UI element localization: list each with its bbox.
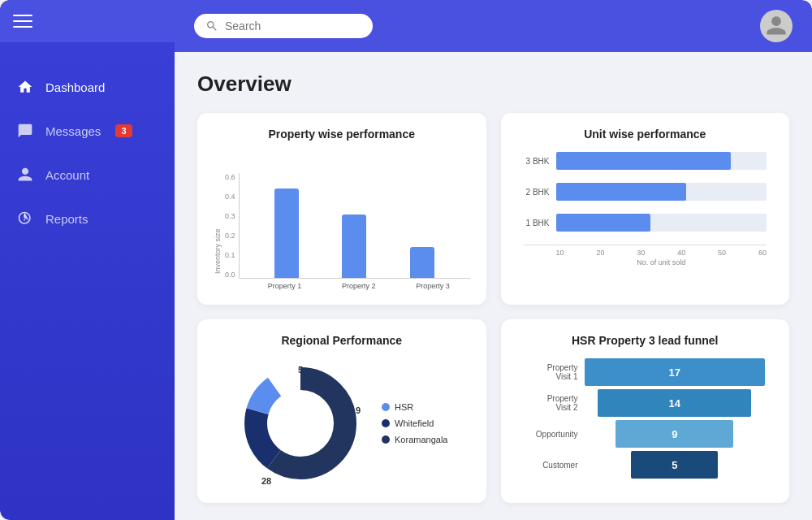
bar-fill bbox=[274, 188, 299, 278]
search-icon bbox=[205, 20, 218, 32]
sidebar-item-reports[interactable]: Reports bbox=[0, 198, 175, 239]
sidebar-item-account[interactable]: Account bbox=[0, 154, 175, 195]
bar-property3 bbox=[410, 247, 434, 278]
x-label-2: Property 2 bbox=[342, 282, 376, 290]
regional-chart-title: Regional Performance bbox=[214, 334, 470, 347]
unit-chart-card: Unit wise performance 3 BHK 2 BHK bbox=[501, 113, 790, 305]
hbar-fill-2bhk bbox=[556, 183, 687, 201]
legend-label-koramangala: Koramangala bbox=[395, 435, 447, 444]
legend-whitefield: Whitefield bbox=[382, 418, 447, 428]
x-axis-label: No. of unit sold bbox=[524, 258, 767, 266]
reports-icon bbox=[16, 210, 34, 228]
bars-area bbox=[239, 173, 470, 279]
hbar-row-1bhk: 1 BHK bbox=[524, 214, 767, 232]
page-title: Overview bbox=[197, 72, 789, 97]
bar-fill bbox=[410, 247, 434, 278]
legend-label-whitefield: Whitefield bbox=[395, 418, 434, 428]
svg-point-3 bbox=[268, 391, 333, 456]
funnel-row-1: PropertyVisit 2 14 bbox=[525, 389, 766, 417]
funnel-row-3: Customer 5 bbox=[525, 451, 766, 479]
legend-label-hsr: HSR bbox=[395, 402, 413, 412]
hbar-fill-3bhk bbox=[556, 152, 731, 170]
legend-dot-koramangala bbox=[382, 436, 390, 444]
regional-chart-card: Regional Performance bbox=[197, 319, 486, 503]
sidebar-nav: Dashboard Messages 3 Account Reports bbox=[0, 42, 175, 263]
hbar-label-3bhk: 3 BHK bbox=[524, 157, 550, 166]
hbar-chart: 3 BHK 2 BHK 1 BHK bbox=[517, 152, 774, 266]
donut-chart-container: 5 9 28 HSR Whitefield bbox=[214, 358, 470, 488]
property-chart-card: Property wise performance Inventory size… bbox=[197, 113, 486, 305]
svg-text:28: 28 bbox=[261, 476, 271, 486]
nav-label-account: Account bbox=[45, 168, 89, 182]
hbar-track-2bhk bbox=[556, 183, 767, 201]
nav-label-messages: Messages bbox=[45, 124, 101, 138]
sidebar-header bbox=[0, 0, 175, 42]
dashboard-content: Overview Property wise performance Inven… bbox=[175, 52, 812, 520]
sidebar-item-dashboard[interactable]: Dashboard bbox=[0, 67, 175, 107]
hbar-row-2bhk: 2 BHK bbox=[524, 183, 767, 201]
unit-chart-title: Unit wise performance bbox=[517, 128, 774, 141]
funnel-label-1: PropertyVisit 2 bbox=[525, 394, 578, 412]
messages-icon bbox=[16, 122, 34, 140]
funnel-label-3: Customer bbox=[525, 461, 578, 470]
funnel-bar-3: 5 bbox=[631, 451, 718, 479]
funnel-bar-0: 17 bbox=[585, 358, 766, 386]
funnel-bar-1: 14 bbox=[598, 389, 751, 417]
x-axis: 10 20 30 40 50 60 bbox=[524, 245, 767, 257]
svg-text:9: 9 bbox=[356, 405, 361, 415]
x-label-3: Property 3 bbox=[416, 282, 450, 290]
y-axis-label: Inventory size bbox=[214, 160, 222, 274]
bar-property2 bbox=[342, 214, 366, 278]
funnel-label-0: PropertyVisit 1 bbox=[525, 363, 578, 381]
messages-badge: 3 bbox=[115, 124, 132, 137]
x-axis-labels: Property 1 Property 2 Property 3 bbox=[225, 282, 470, 290]
bar-fill bbox=[342, 214, 366, 278]
hbar-track-1bhk bbox=[556, 214, 767, 232]
donut-legend: HSR Whitefield Koramangala bbox=[382, 402, 447, 444]
search-bar[interactable] bbox=[194, 14, 373, 38]
funnel-container: PropertyVisit 1 17 PropertyVisit 2 14 bbox=[517, 358, 774, 479]
account-icon bbox=[16, 166, 34, 184]
funnel-row-0: PropertyVisit 1 17 bbox=[525, 358, 766, 386]
funnel-bar-wrap-1: 14 bbox=[585, 389, 766, 417]
hbar-row-3bhk: 3 BHK bbox=[524, 152, 767, 170]
hbar-track-3bhk bbox=[556, 152, 767, 170]
donut-svg: 5 9 28 bbox=[235, 358, 365, 488]
main-content: Overview Property wise performance Inven… bbox=[175, 0, 812, 520]
hbar-label-2bhk: 2 BHK bbox=[524, 188, 550, 197]
funnel-bar-wrap-2: 9 bbox=[585, 420, 766, 448]
legend-koramangala: Koramangala bbox=[382, 435, 447, 444]
hbar-fill-1bhk bbox=[556, 214, 651, 232]
svg-text:5: 5 bbox=[298, 365, 303, 375]
sidebar-item-messages[interactable]: Messages 3 bbox=[0, 110, 175, 151]
legend-dot-whitefield bbox=[382, 419, 390, 427]
property-chart-title: Property wise performance bbox=[214, 128, 470, 141]
bar-property1 bbox=[274, 188, 299, 278]
sidebar: Dashboard Messages 3 Account Reports bbox=[0, 0, 175, 520]
charts-grid: Property wise performance Inventory size… bbox=[197, 113, 789, 503]
funnel-label-2: Opportunity bbox=[525, 430, 578, 439]
hamburger-menu[interactable] bbox=[13, 15, 32, 28]
x-label-1: Property 1 bbox=[268, 282, 302, 290]
funnel-chart-card: HSR Property 3 lead funnel PropertyVisit… bbox=[501, 319, 790, 503]
legend-hsr: HSR bbox=[382, 402, 447, 412]
funnel-bar-2: 9 bbox=[615, 420, 733, 448]
funnel-bar-wrap-3: 5 bbox=[585, 451, 766, 479]
donut-wrap: 5 9 28 bbox=[235, 358, 365, 488]
avatar[interactable] bbox=[760, 10, 793, 42]
app-header bbox=[175, 0, 812, 52]
nav-label-dashboard: Dashboard bbox=[45, 80, 105, 94]
legend-dot-hsr bbox=[382, 403, 390, 411]
funnel-bar-wrap-0: 17 bbox=[585, 358, 766, 386]
y-ticks: 0.6 0.4 0.3 0.2 0.1 0.0 bbox=[225, 173, 235, 279]
home-icon bbox=[16, 78, 34, 96]
funnel-row-2: Opportunity 9 bbox=[525, 420, 766, 448]
hbar-label-1bhk: 1 BHK bbox=[524, 219, 550, 228]
search-input[interactable] bbox=[225, 20, 361, 32]
funnel-chart-title: HSR Property 3 lead funnel bbox=[517, 334, 774, 347]
nav-label-reports: Reports bbox=[45, 212, 89, 226]
